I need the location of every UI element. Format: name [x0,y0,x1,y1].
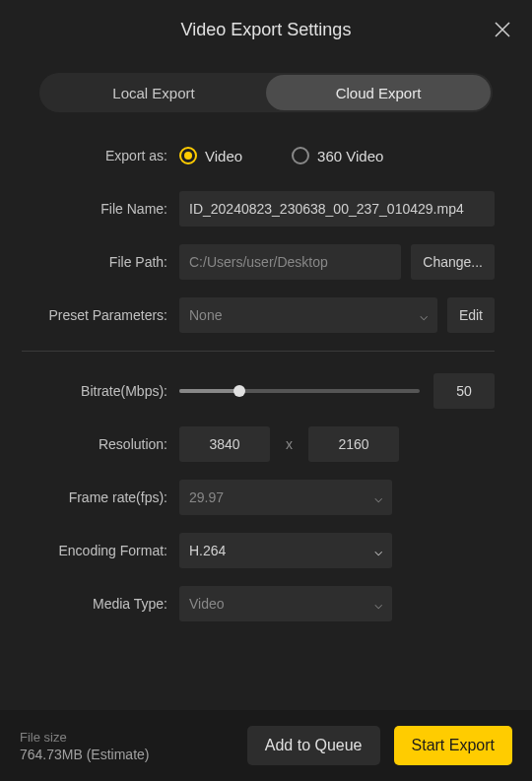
chevron-down-icon: ⌵ [374,543,382,558]
radio-circle-icon [179,147,197,164]
close-icon [494,21,511,38]
add-to-queue-button[interactable]: Add to Queue [247,726,380,765]
divider [22,351,495,352]
tab-local-export[interactable]: Local Export [41,75,266,110]
file-size-value: 764.73MB (Estimate) [20,747,233,762]
radio-360-video[interactable]: 360 Video [292,147,383,164]
media-type-value: Video [189,596,225,612]
chevron-down-icon: ⌵ [374,596,382,612]
export-as-label: Export as: [22,148,179,163]
close-button[interactable] [491,18,514,41]
start-export-button[interactable]: Start Export [394,726,512,765]
chevron-down-icon: ⌵ [420,307,428,323]
radio-360-label: 360 Video [317,148,383,164]
file-path-label: File Path: [22,254,179,270]
file-name-label: File Name: [22,201,179,217]
radio-video[interactable]: Video [179,147,242,164]
file-path-input[interactable] [179,244,401,280]
file-name-input[interactable] [179,191,495,227]
media-type-label: Media Type: [22,596,179,612]
preset-select[interactable]: None ⌵ [179,297,437,333]
chevron-down-icon: ⌵ [374,489,382,505]
resolution-width-input[interactable] [179,426,270,462]
export-tabs: Local Export Cloud Export [39,73,493,112]
slider-thumb-icon[interactable] [233,385,245,397]
encoding-label: Encoding Format: [22,543,179,558]
titlebar: Video Export Settings [0,0,532,59]
bitrate-value[interactable]: 50 [433,373,495,409]
file-size-label: File size [20,730,233,745]
frame-rate-label: Frame rate(fps): [22,489,179,505]
encoding-select[interactable]: H.264 ⌵ [179,533,392,568]
tab-cloud-export[interactable]: Cloud Export [266,75,491,110]
resolution-label: Resolution: [22,436,179,452]
change-path-button[interactable]: Change... [411,244,495,280]
frame-rate-select[interactable]: 29.97 ⌵ [179,480,392,515]
resolution-height-input[interactable] [308,426,399,462]
resolution-separator: x [286,436,293,452]
radio-video-label: Video [205,148,242,164]
bitrate-slider[interactable] [179,389,420,393]
radio-circle-icon [292,147,309,164]
preset-edit-button[interactable]: Edit [447,297,495,333]
bitrate-label: Bitrate(Mbps): [22,383,179,399]
preset-value: None [189,307,222,323]
media-type-select[interactable]: Video ⌵ [179,586,392,621]
window-title: Video Export Settings [181,20,352,40]
preset-label: Preset Parameters: [22,307,179,323]
frame-rate-value: 29.97 [189,489,224,505]
footer: File size 764.73MB (Estimate) Add to Que… [0,710,532,781]
encoding-value: H.264 [189,543,226,558]
